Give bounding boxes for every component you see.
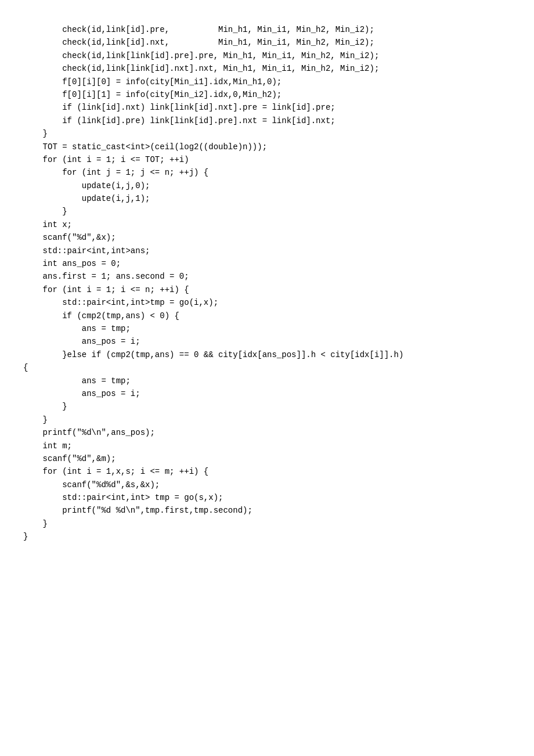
code-content: check(id,link[id].pre, Min_h1, Min_i1, M… [23, 23, 511, 543]
